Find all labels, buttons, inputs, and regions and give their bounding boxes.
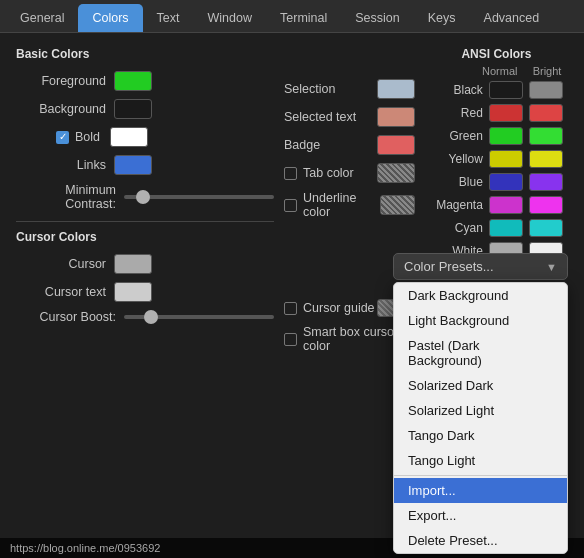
ansi-red-bright[interactable]: [529, 104, 563, 122]
color-presets-label: Color Presets...: [404, 259, 494, 274]
badge-row: Badge: [284, 135, 415, 155]
normal-col-label: Normal: [482, 65, 516, 77]
ansi-cyan-row: Cyan: [425, 219, 568, 237]
tab-text[interactable]: Text: [143, 4, 194, 32]
main-content: Basic Colors Foreground Background ✓ Bol…: [0, 33, 584, 375]
ansi-yellow-bright[interactable]: [529, 150, 563, 168]
tab-color-checkbox[interactable]: [284, 167, 297, 180]
ansi-yellow-normal[interactable]: [489, 150, 523, 168]
menu-item-solarized-light[interactable]: Solarized Light: [394, 398, 567, 423]
tab-session[interactable]: Session: [341, 4, 413, 32]
tab-general[interactable]: General: [6, 4, 78, 32]
underline-color-row: Underline color: [284, 191, 415, 219]
selection-swatch[interactable]: [377, 79, 415, 99]
bright-col-label: Bright: [530, 65, 564, 77]
ansi-header: Normal Bright: [425, 65, 568, 77]
menu-item-tango-dark[interactable]: Tango Dark: [394, 423, 567, 448]
cursor-boost-slider[interactable]: [124, 315, 274, 319]
cursor-text-row: Cursor text: [16, 282, 274, 302]
color-presets-dropdown: Color Presets... ▼ Dark Background Light…: [393, 253, 568, 554]
cursor-label: Cursor: [16, 257, 106, 271]
menu-item-import[interactable]: Import...: [394, 478, 567, 503]
background-swatch[interactable]: [114, 99, 152, 119]
selection-label: Selection: [284, 82, 377, 96]
min-contrast-thumb[interactable]: [136, 190, 150, 204]
min-contrast-row: Minimum Contrast:: [16, 183, 274, 211]
ansi-blue-row: Blue: [425, 173, 568, 191]
badge-swatch[interactable]: [377, 135, 415, 155]
tab-keys[interactable]: Keys: [414, 4, 470, 32]
tab-window[interactable]: Window: [194, 4, 266, 32]
foreground-swatch[interactable]: [114, 71, 152, 91]
color-presets-menu: Dark Background Light Background Pastel …: [393, 282, 568, 554]
bold-swatch[interactable]: [110, 127, 148, 147]
menu-item-light-background[interactable]: Light Background: [394, 308, 567, 333]
underline-color-swatch[interactable]: [380, 195, 415, 215]
badge-label: Badge: [284, 138, 377, 152]
ansi-red-normal[interactable]: [489, 104, 523, 122]
ansi-black-label: Black: [425, 83, 483, 97]
left-panel: Basic Colors Foreground Background ✓ Bol…: [16, 47, 274, 361]
smart-box-checkbox[interactable]: [284, 333, 297, 346]
ansi-blue-normal[interactable]: [489, 173, 523, 191]
divider-1: [16, 221, 274, 222]
ansi-cyan-bright[interactable]: [529, 219, 563, 237]
tab-color-cb-group: Tab color: [284, 166, 354, 180]
menu-item-pastel-dark[interactable]: Pastel (Dark Background): [394, 333, 567, 373]
ansi-magenta-normal[interactable]: [489, 196, 523, 214]
tab-color-swatch[interactable]: [377, 163, 415, 183]
selected-text-swatch[interactable]: [377, 107, 415, 127]
tab-bar: General Colors Text Window Terminal Sess…: [0, 0, 584, 33]
tab-colors[interactable]: Colors: [78, 4, 142, 32]
bold-checkbox[interactable]: ✓: [56, 131, 69, 144]
ansi-black-row: Black: [425, 81, 568, 99]
tab-color-label: Tab color: [303, 166, 354, 180]
underline-color-label: Underline color: [303, 191, 380, 219]
ansi-blue-label: Blue: [425, 175, 483, 189]
menu-item-export[interactable]: Export...: [394, 503, 567, 528]
underline-color-cb-group: Underline color: [284, 191, 380, 219]
bold-row: ✓ Bold: [56, 127, 274, 147]
cursor-colors-title: Cursor Colors: [16, 230, 274, 244]
foreground-label: Foreground: [16, 74, 106, 88]
links-swatch[interactable]: [114, 155, 152, 175]
menu-item-dark-background[interactable]: Dark Background: [394, 283, 567, 308]
basic-colors-title: Basic Colors: [16, 47, 274, 61]
cursor-boost-thumb[interactable]: [144, 310, 158, 324]
ansi-green-label: Green: [425, 129, 483, 143]
tab-advanced[interactable]: Advanced: [470, 4, 554, 32]
ansi-red-row: Red: [425, 104, 568, 122]
ansi-title: ANSI Colors: [425, 47, 568, 61]
ansi-black-bright[interactable]: [529, 81, 563, 99]
color-presets-button[interactable]: Color Presets... ▼: [393, 253, 568, 280]
cursor-row: Cursor: [16, 254, 274, 274]
ansi-magenta-row: Magenta: [425, 196, 568, 214]
ansi-blue-bright[interactable]: [529, 173, 563, 191]
min-contrast-label: Minimum Contrast:: [16, 183, 116, 211]
menu-item-solarized-dark[interactable]: Solarized Dark: [394, 373, 567, 398]
url-text: https://blog.online.me/0953692: [10, 542, 160, 554]
ansi-green-normal[interactable]: [489, 127, 523, 145]
ansi-green-bright[interactable]: [529, 127, 563, 145]
cursor-swatch[interactable]: [114, 254, 152, 274]
foreground-row: Foreground: [16, 71, 274, 91]
background-label: Background: [16, 102, 106, 116]
background-row: Background: [16, 99, 274, 119]
cursor-text-swatch[interactable]: [114, 282, 152, 302]
menu-item-tango-light[interactable]: Tango Light: [394, 448, 567, 473]
ansi-cyan-label: Cyan: [425, 221, 483, 235]
cursor-guide-checkbox[interactable]: [284, 302, 297, 315]
menu-separator: [394, 475, 567, 476]
ansi-black-normal[interactable]: [489, 81, 523, 99]
dropdown-arrow-icon: ▼: [546, 261, 557, 273]
ansi-magenta-label: Magenta: [425, 198, 483, 212]
tab-terminal[interactable]: Terminal: [266, 4, 341, 32]
cursor-text-label: Cursor text: [16, 285, 106, 299]
cursor-guide-cb-group: Cursor guide: [284, 301, 375, 315]
ansi-magenta-bright[interactable]: [529, 196, 563, 214]
menu-item-delete-preset[interactable]: Delete Preset...: [394, 528, 567, 553]
underline-color-checkbox[interactable]: [284, 199, 297, 212]
ansi-cyan-normal[interactable]: [489, 219, 523, 237]
links-row: Links: [16, 155, 274, 175]
min-contrast-slider[interactable]: [124, 195, 274, 199]
